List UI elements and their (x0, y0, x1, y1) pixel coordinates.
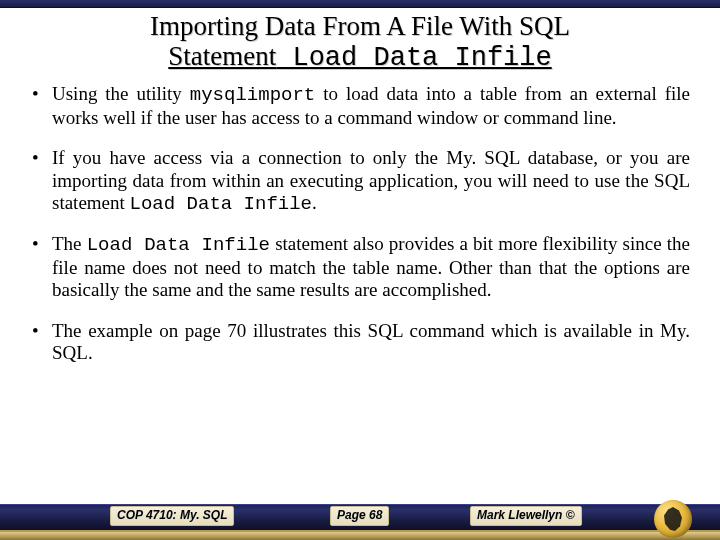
bullet-2-post: . (312, 192, 317, 213)
bullet-2: If you have access via a connection to o… (30, 147, 690, 215)
bullet-1-pre: Using the utility (52, 83, 190, 104)
slide-title: Importing Data From A File With SQL Stat… (0, 8, 720, 75)
footer-gold-strip (0, 532, 720, 540)
bullet-3-code: Load Data Infile (87, 234, 270, 256)
bullet-3: The Load Data Infile statement also prov… (30, 233, 690, 301)
bullet-1-code: mysqlimport (190, 84, 315, 106)
top-accent-bar (0, 0, 720, 8)
bullet-4: The example on page 70 illustrates this … (30, 320, 690, 365)
title-line-2-plain: Statement (168, 41, 276, 71)
footer-page: Page 68 (330, 506, 389, 526)
ucf-pegasus-logo (654, 500, 692, 538)
bullet-4-text: The example on page 70 illustrates this … (52, 320, 690, 363)
footer-course: COP 4710: My. SQL (110, 506, 234, 526)
title-line-1: Importing Data From A File With SQL (150, 11, 570, 41)
slide-body: Using the utility mysqlimport to load da… (0, 75, 720, 540)
slide: Importing Data From A File With SQL Stat… (0, 0, 720, 540)
title-line-2-code: Load Data Infile (276, 43, 551, 73)
footer-author: Mark Llewellyn © (470, 506, 582, 526)
footer: COP 4710: My. SQL Page 68 Mark Llewellyn… (0, 500, 720, 540)
bullet-3-pre: The (52, 233, 87, 254)
bullet-1: Using the utility mysqlimport to load da… (30, 83, 690, 129)
bullet-2-code: Load Data Infile (130, 193, 312, 215)
